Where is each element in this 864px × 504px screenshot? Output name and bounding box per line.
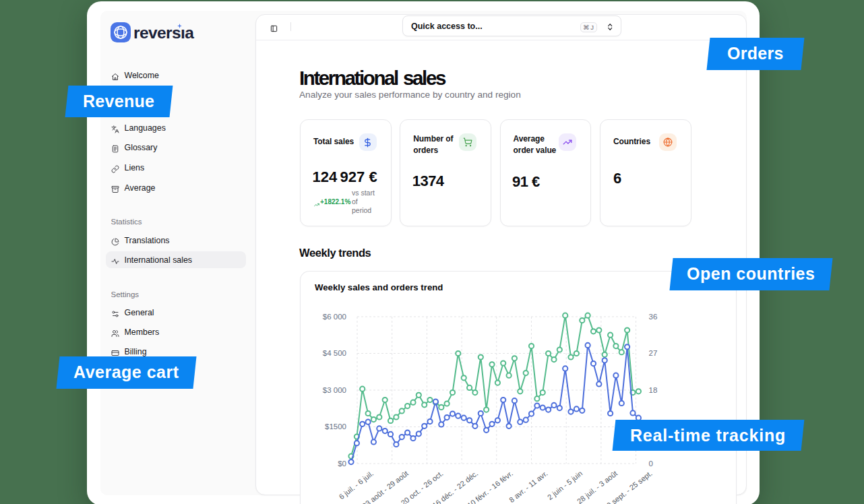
svg-text:$1500: $1500	[325, 422, 346, 431]
svg-text:27: 27	[649, 349, 658, 357]
svg-text:$3 000: $3 000	[323, 386, 346, 394]
svg-text:18: 18	[649, 386, 658, 394]
svg-text:$6 000: $6 000	[323, 313, 346, 321]
svg-text:36: 36	[649, 313, 658, 321]
svg-text:0: 0	[649, 460, 653, 468]
svg-text:$4 500: $4 500	[323, 349, 346, 357]
svg-text:8 avr. - 11 avr.: 8 avr. - 11 avr.	[507, 469, 549, 504]
svg-text:$0: $0	[338, 460, 346, 468]
